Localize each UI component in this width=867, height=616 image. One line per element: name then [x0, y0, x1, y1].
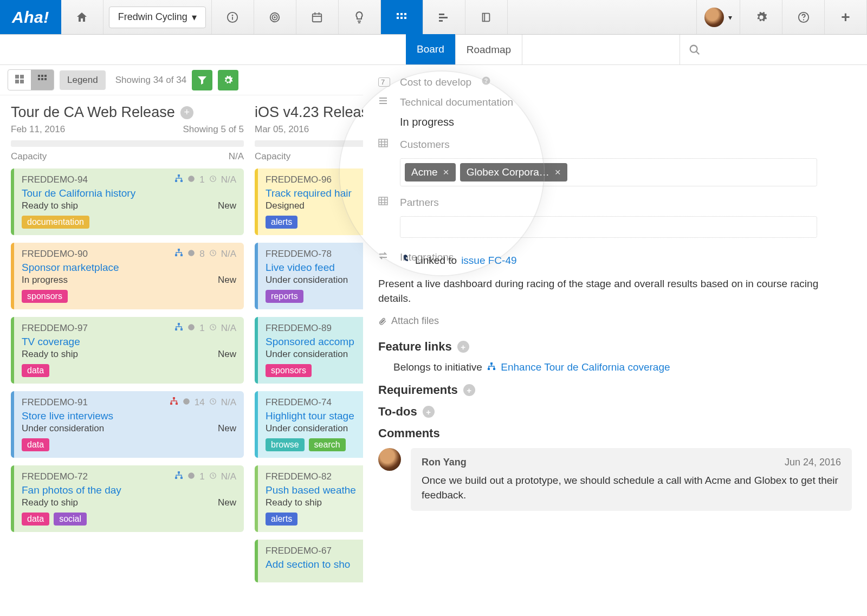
- add-feature-link-button[interactable]: +: [457, 341, 469, 353]
- time-icon: [209, 174, 217, 185]
- initiative-link-row: Belongs to initiative Enhance Tour de Ca…: [393, 361, 852, 373]
- notebook-icon[interactable]: [465, 0, 508, 34]
- card-count: 14: [195, 397, 205, 408]
- svg-rect-94: [490, 362, 493, 365]
- help-icon[interactable]: [782, 0, 825, 34]
- plus-icon[interactable]: +: [825, 0, 867, 34]
- gantt-icon[interactable]: [423, 0, 465, 34]
- user-menu[interactable]: ▾: [697, 0, 740, 34]
- column-date: Feb 11, 2016: [11, 124, 65, 135]
- card-state: New: [218, 497, 236, 508]
- capacity-label: Capacity: [255, 151, 290, 162]
- view-card-icon[interactable]: [8, 70, 31, 90]
- field-value-techdoc[interactable]: In progress: [400, 116, 852, 128]
- add-todo-button[interactable]: +: [423, 406, 435, 418]
- tag[interactable]: data: [22, 513, 49, 526]
- linked-issue-link[interactable]: issue FC-49: [461, 255, 516, 267]
- idea-icon[interactable]: [339, 0, 381, 34]
- svg-rect-89: [379, 197, 387, 205]
- field-label-techdoc: Technical documentation: [400, 96, 513, 108]
- card-id: FREDDEMO-89: [266, 323, 332, 334]
- customer-chip[interactable]: Acme×: [405, 163, 456, 181]
- tag[interactable]: sponsors: [266, 364, 312, 377]
- tag[interactable]: sponsors: [22, 290, 68, 303]
- caret-down-icon: ▾: [192, 11, 197, 23]
- feature-card[interactable]: FREDDEMO-72 1 N/A Fan photos of the day …: [11, 465, 244, 532]
- tag[interactable]: reports: [266, 290, 303, 303]
- svg-rect-20: [439, 20, 443, 22]
- legend-button[interactable]: Legend: [60, 70, 106, 90]
- partners-input[interactable]: [400, 216, 817, 238]
- tab-roadmap[interactable]: Roadmap: [456, 35, 522, 64]
- board-column: Tour de CA Web Release + Feb 11, 2016Sho…: [11, 104, 244, 590]
- gear-icon[interactable]: [740, 0, 782, 34]
- add-requirement-button[interactable]: +: [463, 384, 475, 396]
- tag[interactable]: search: [309, 438, 346, 451]
- filter-button[interactable]: [192, 70, 212, 90]
- tab-board[interactable]: Board: [406, 34, 456, 64]
- remove-chip-icon[interactable]: ×: [443, 166, 449, 178]
- tag[interactable]: documentation: [22, 216, 89, 229]
- logo[interactable]: Aha!: [0, 0, 61, 34]
- svg-rect-51: [173, 397, 175, 399]
- product-selector[interactable]: Fredwin Cycling ▾: [103, 0, 212, 34]
- svg-rect-16: [400, 17, 403, 19]
- home-icon[interactable]: [61, 0, 103, 34]
- tag[interactable]: browse: [266, 438, 305, 451]
- feature-card[interactable]: FREDDEMO-97 1 N/A TV coverage Ready to s…: [11, 317, 244, 384]
- comment-body: Once we build out a prototype, we should…: [422, 474, 841, 502]
- tag[interactable]: alerts: [266, 216, 297, 229]
- svg-rect-19: [439, 17, 448, 18]
- feature-card[interactable]: FREDDEMO-91 14 N/A Store live interviews…: [11, 391, 244, 458]
- tag[interactable]: data: [22, 438, 49, 451]
- svg-rect-28: [15, 80, 19, 83]
- card-id: FREDDEMO-67: [266, 546, 332, 556]
- target-icon[interactable]: [254, 0, 296, 34]
- initiative-link[interactable]: Enhance Tour de California coverage: [501, 361, 670, 373]
- remove-chip-icon[interactable]: ×: [555, 166, 561, 178]
- tag[interactable]: social: [54, 513, 87, 526]
- card-count: 1: [199, 471, 204, 482]
- svg-rect-56: [178, 471, 180, 474]
- help-icon[interactable]: ?: [481, 76, 491, 88]
- view-grid-icon[interactable]: [31, 70, 54, 90]
- card-state: New: [218, 200, 236, 211]
- field-label-customers: Customers: [400, 139, 450, 151]
- table-icon: [378, 196, 390, 209]
- tag[interactable]: alerts: [266, 513, 297, 526]
- linked-prefix: Linked to: [415, 255, 457, 267]
- search-input[interactable]: [680, 35, 867, 64]
- feature-card[interactable]: FREDDEMO-94 1 N/A Tour de California his…: [11, 168, 244, 235]
- card-state: New: [218, 423, 236, 434]
- svg-rect-29: [20, 80, 24, 83]
- sitemap-icon: [174, 471, 183, 482]
- customers-input[interactable]: Acme×Globex Corpora…×: [400, 158, 817, 186]
- settings-button[interactable]: [218, 70, 238, 90]
- card-id: FREDDEMO-78: [266, 249, 332, 260]
- attach-files[interactable]: Attach files: [378, 315, 852, 327]
- showing-count: Showing 34 of 34: [115, 75, 186, 86]
- card-time: N/A: [221, 249, 236, 260]
- svg-rect-18: [439, 14, 444, 15]
- customer-chip[interactable]: Globex Corpora…×: [460, 163, 567, 181]
- feature-card[interactable]: FREDDEMO-90 8 N/A Sponsor marketplace In…: [11, 243, 244, 309]
- feature-detail-panel: 7 Cost to develop ? Technical documentat…: [363, 65, 867, 616]
- calendar-icon[interactable]: [296, 0, 339, 34]
- svg-rect-58: [180, 477, 183, 479]
- card-id: FREDDEMO-74: [266, 397, 332, 408]
- board-icon[interactable]: [381, 0, 423, 34]
- top-nav: Aha! Fredwin Cycling ▾ ▾ +: [0, 0, 867, 35]
- section-todos: To-dos +: [378, 405, 852, 419]
- comment: Ron Yang Jun 24, 2016 Once we build out …: [378, 448, 852, 511]
- svg-rect-57: [175, 477, 177, 479]
- svg-rect-53: [176, 403, 178, 405]
- card-title: Sponsor marketplace: [22, 262, 236, 274]
- swap-icon: [378, 251, 390, 263]
- svg-rect-96: [493, 368, 495, 370]
- svg-point-59: [188, 472, 195, 479]
- view-toggle: [8, 69, 54, 90]
- info-icon[interactable]: [212, 0, 254, 34]
- svg-rect-13: [400, 13, 403, 15]
- add-card-button[interactable]: +: [180, 106, 193, 119]
- tag[interactable]: data: [22, 364, 49, 377]
